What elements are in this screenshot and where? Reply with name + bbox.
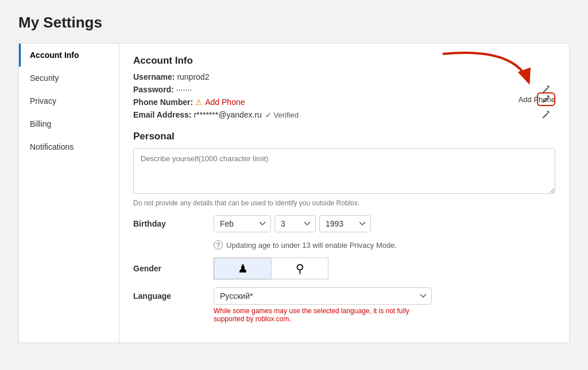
username-value: runprod2 [177,72,209,81]
bio-textarea[interactable] [133,148,555,194]
sidebar-item-notifications[interactable]: Notifications [19,135,119,158]
birthday-month-select[interactable]: Jan Feb Mar Apr May Jun Jul Aug Sep Oct … [214,215,271,232]
password-label: Password: [133,85,174,94]
language-select-wrapper: Русский* English Español Deutsch Françai… [214,287,432,305]
content-area: Account Info Username: runprod2 Password… [119,44,569,342]
add-phone-link[interactable]: Add Phone [205,98,245,107]
username-row: Username: runprod2 [133,72,555,81]
birthday-selects: Jan Feb Mar Apr May Jun Jul Aug Sep Oct … [214,215,371,232]
age-note-row: ? Updating age to under 13 will enable P… [214,240,555,250]
birthday-label: Birthday [133,219,214,228]
gender-options: ♟ ⚲ [214,258,328,279]
language-row: Language Русский* English Español Deutsc… [133,287,555,305]
sidebar-item-billing[interactable]: Billing [19,112,119,135]
male-icon: ♟ [238,262,248,275]
birthday-row: Birthday Jan Feb Mar Apr May Jun Jul Aug… [133,215,555,232]
edit-icon [541,110,551,119]
phone-edit-area: Add Phone [519,94,555,104]
phone-row: Phone Number: ⚠ Add Phone Add Phone [133,98,555,107]
account-info-section: Account Info Username: runprod2 Password… [133,55,555,119]
password-row: Password: ······· [133,85,555,94]
gender-label: Gender [133,264,214,273]
edit-icon [541,95,551,104]
password-value: ······· [176,85,192,94]
sidebar: Account Info Security Privacy Billing No… [19,44,119,342]
language-select[interactable]: Русский* English Español Deutsch Françai… [214,287,432,305]
personal-section: Personal Do not provide any details that… [133,131,555,323]
email-value: r*******@yandex.ru [194,110,262,119]
sidebar-item-account-info[interactable]: Account Info [19,44,119,67]
page-title: My Settings [18,14,570,32]
email-row: Email Address: r*******@yandex.ru ✓ Veri… [133,110,555,119]
email-label: Email Address: [133,110,191,119]
account-info-title: Account Info [133,55,555,67]
language-label: Language [133,291,214,301]
female-icon: ⚲ [296,262,304,275]
age-note-text: Updating age to under 13 will enable Pri… [226,241,397,250]
language-warning: While some games may use the selected la… [214,307,432,323]
phone-label: Phone Number: [133,98,193,107]
textarea-hint: Do not provide any details that can be u… [133,199,555,207]
warning-icon: ⚠ [195,98,203,107]
help-circle-icon: ? [214,240,223,250]
gender-female-button[interactable]: ⚲ [271,258,328,279]
sidebar-item-privacy[interactable]: Privacy [19,89,119,112]
language-section: Language Русский* English Español Deutsc… [133,287,555,323]
gender-row: Gender ♟ ⚲ [133,258,555,279]
gender-male-button[interactable]: ♟ [214,258,271,279]
email-edit-button[interactable] [537,108,555,122]
phone-edit-button[interactable] [537,92,555,106]
personal-title: Personal [133,131,555,142]
sidebar-item-security[interactable]: Security [19,67,119,89]
username-label: Username: [133,72,175,81]
birthday-day-select[interactable]: 1 2 3 4 5 [274,215,316,232]
verified-badge: ✓ Verified [265,111,299,119]
birthday-year-select[interactable]: 1990 1991 1992 1993 1994 [319,215,371,232]
